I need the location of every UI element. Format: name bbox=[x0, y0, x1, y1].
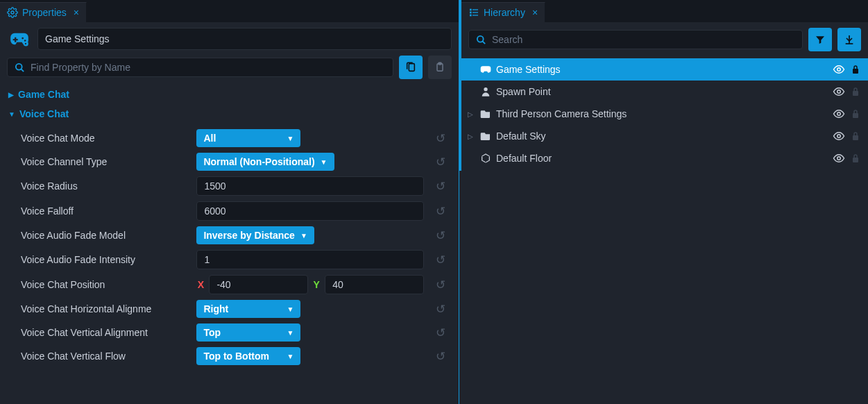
voice-fade-model-dropdown[interactable]: Inverse by Distance ▼ bbox=[196, 226, 314, 244]
revert-button[interactable]: ↺ bbox=[431, 326, 450, 340]
voice-position-x-input[interactable]: -40 bbox=[209, 275, 308, 294]
input-value: -40 bbox=[216, 279, 230, 290]
svg-point-24 bbox=[837, 157, 841, 160]
dropdown-value: Top bbox=[203, 327, 221, 338]
row-voice-radius: Voice Radius 1500 ↺ bbox=[0, 174, 459, 199]
svg-point-20 bbox=[837, 112, 841, 116]
revert-button[interactable]: ↺ bbox=[431, 228, 450, 243]
row-voice-fade-model: Voice Audio Fade Model Inverse by Distan… bbox=[0, 224, 459, 247]
revert-button[interactable]: ↺ bbox=[431, 278, 450, 292]
tree-row-game-settings[interactable]: Game Settings bbox=[461, 58, 868, 81]
revert-button[interactable]: ↺ bbox=[431, 179, 450, 194]
copy-button[interactable] bbox=[399, 56, 423, 79]
chevron-down-icon: ▼ bbox=[287, 329, 293, 337]
visibility-icon[interactable] bbox=[832, 153, 846, 163]
voice-fade-intensity-input[interactable]: 1 bbox=[196, 250, 424, 269]
revert-button[interactable]: ↺ bbox=[431, 155, 450, 169]
visibility-icon[interactable] bbox=[832, 109, 846, 119]
gamepad-icon bbox=[7, 31, 32, 47]
voice-valign-dropdown[interactable]: Top ▼ bbox=[196, 323, 300, 342]
property-search-input[interactable] bbox=[7, 58, 393, 77]
svg-rect-11 bbox=[473, 12, 478, 12]
svg-point-15 bbox=[837, 68, 841, 71]
tree-row-third-person-camera[interactable]: ▷ Third Person Camera Settings bbox=[461, 103, 868, 125]
search-icon bbox=[15, 62, 25, 73]
visibility-icon[interactable] bbox=[832, 65, 846, 74]
revert-button[interactable]: ↺ bbox=[431, 302, 450, 317]
svg-rect-25 bbox=[853, 158, 858, 162]
section-game-chat[interactable]: ▶ Game Chat bbox=[0, 85, 459, 104]
revert-button[interactable]: ↺ bbox=[431, 204, 450, 219]
tab-hierarchy[interactable]: Hierarchy × bbox=[461, 2, 545, 22]
svg-point-17 bbox=[484, 87, 487, 91]
node-label: Third Person Camera Settings bbox=[496, 108, 828, 119]
lock-icon[interactable] bbox=[850, 109, 861, 119]
lock-icon[interactable] bbox=[850, 65, 861, 74]
tab-label: Hierarchy bbox=[484, 7, 525, 18]
object-name-text: Game Settings bbox=[45, 33, 110, 44]
tab-properties[interactable]: Properties × bbox=[0, 2, 87, 22]
tree-row-default-floor[interactable]: Default Floor bbox=[461, 147, 868, 169]
lock-icon[interactable] bbox=[850, 87, 861, 96]
revert-button[interactable]: ↺ bbox=[431, 349, 450, 364]
visibility-icon[interactable] bbox=[832, 131, 846, 141]
revert-button[interactable]: ↺ bbox=[431, 253, 450, 267]
node-label: Default Sky bbox=[496, 131, 828, 142]
svg-rect-21 bbox=[853, 113, 858, 118]
paste-button[interactable] bbox=[428, 56, 452, 79]
tree-row-spawn-point[interactable]: Spawn Point bbox=[461, 81, 868, 103]
property-search-text[interactable] bbox=[31, 62, 386, 73]
hierarchy-search-input[interactable] bbox=[468, 30, 803, 49]
chevron-right-icon[interactable]: ▷ bbox=[466, 133, 475, 140]
svg-rect-10 bbox=[473, 9, 478, 10]
svg-point-0 bbox=[11, 11, 14, 14]
hierarchy-tab-bar: Hierarchy × bbox=[461, 0, 868, 22]
folder-icon bbox=[479, 109, 492, 119]
axis-y-label: Y bbox=[312, 279, 321, 290]
voice-position-y-input[interactable]: 40 bbox=[325, 275, 424, 294]
properties-tab-bar: Properties × bbox=[0, 0, 459, 22]
close-icon[interactable]: × bbox=[532, 7, 538, 18]
voice-vflow-dropdown[interactable]: Top to Bottom ▼ bbox=[196, 347, 300, 365]
lock-icon[interactable] bbox=[850, 153, 861, 163]
voice-channel-type-dropdown[interactable]: Normal (Non-Positional) ▼ bbox=[196, 153, 334, 171]
dropdown-value: All bbox=[203, 133, 216, 144]
close-icon[interactable]: × bbox=[74, 7, 79, 18]
filter-button[interactable] bbox=[808, 28, 832, 51]
revert-button[interactable]: ↺ bbox=[431, 131, 450, 146]
voice-chat-mode-dropdown[interactable]: All ▼ bbox=[196, 129, 300, 147]
hierarchy-search-text[interactable] bbox=[492, 34, 795, 45]
hierarchy-icon bbox=[468, 7, 479, 18]
prop-label: Voice Chat Vertical Flow bbox=[21, 351, 189, 362]
cube-icon bbox=[479, 153, 492, 164]
spawn-icon bbox=[479, 86, 492, 97]
svg-rect-23 bbox=[853, 135, 858, 140]
voice-halign-dropdown[interactable]: Right ▼ bbox=[196, 300, 300, 318]
row-voice-valign: Voice Chat Vertical Alignment Top ▼ ↺ bbox=[0, 321, 459, 344]
chevron-down-icon: ▼ bbox=[287, 305, 293, 313]
svg-point-2 bbox=[16, 63, 22, 69]
row-voice-halign: Voice Chat Horizontal Alignme Right ▼ ↺ bbox=[0, 297, 459, 321]
section-voice-chat[interactable]: ▼ Voice Chat bbox=[0, 104, 459, 124]
node-label: Spawn Point bbox=[496, 86, 828, 97]
property-sections: ▶ Game Chat ▼ Voice Chat Voice Chat Mode… bbox=[0, 85, 459, 404]
collapse-all-button[interactable] bbox=[837, 28, 861, 51]
row-voice-channel-type: Voice Channel Type Normal (Non-Positiona… bbox=[0, 150, 459, 174]
lock-icon[interactable] bbox=[850, 131, 861, 141]
chevron-right-icon: ▶ bbox=[8, 91, 14, 99]
chevron-down-icon: ▼ bbox=[287, 135, 293, 142]
svg-rect-12 bbox=[473, 15, 478, 15]
svg-rect-16 bbox=[853, 69, 858, 74]
voice-falloff-input[interactable]: 6000 bbox=[196, 201, 424, 221]
voice-radius-input[interactable]: 1500 bbox=[196, 176, 424, 196]
axis-x-label: X bbox=[196, 279, 205, 290]
visibility-icon[interactable] bbox=[832, 87, 846, 96]
properties-panel: Properties × Game Settings ▶ Game Chat bbox=[0, 0, 459, 404]
tree-row-default-sky[interactable]: ▷ Default Sky bbox=[461, 125, 868, 147]
chevron-right-icon[interactable]: ▷ bbox=[466, 110, 475, 118]
svg-point-13 bbox=[477, 35, 484, 42]
svg-rect-7 bbox=[470, 9, 472, 11]
svg-point-18 bbox=[837, 90, 841, 94]
svg-line-14 bbox=[482, 41, 485, 44]
object-name-field[interactable]: Game Settings bbox=[37, 28, 452, 50]
